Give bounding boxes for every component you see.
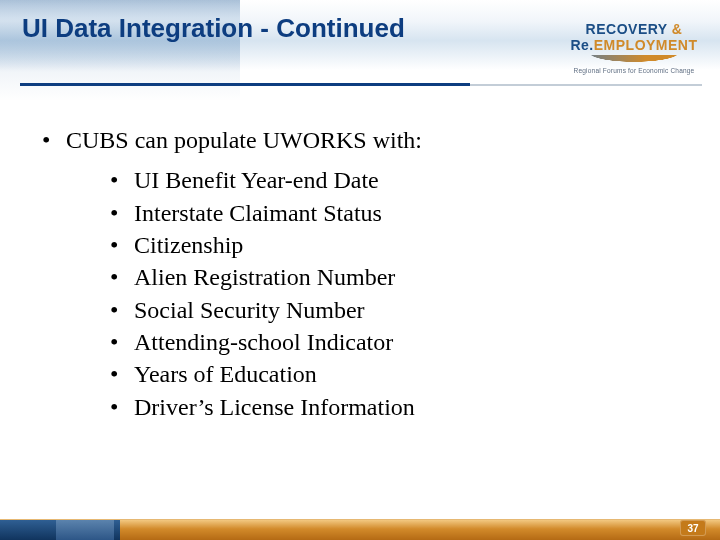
lead-bullet: CUBS can populate UWORKS with: UI Benefi…	[40, 126, 680, 421]
page-number-badge: 37	[680, 520, 706, 536]
list-item-text: Years of Education	[134, 361, 317, 387]
list-item: Driver’s License Information	[108, 393, 680, 421]
list-item-text: Citizenship	[134, 232, 243, 258]
slide-header: UI Data Integration - Continued RECOVERY…	[0, 0, 720, 100]
logo-line-1: RECOVERY &	[586, 21, 683, 37]
slide-footer: 37	[0, 506, 720, 540]
list-item-text: Interstate Claimant Status	[134, 200, 382, 226]
slide-title: UI Data Integration - Continued	[0, 0, 522, 43]
recovery-reemployment-logo: RECOVERY & Re.EMPLOYMENT Regional Forums…	[564, 8, 704, 86]
logo-line-2: Re.EMPLOYMENT	[570, 37, 697, 53]
list-item: Years of Education	[108, 360, 680, 388]
list-item: Citizenship	[108, 231, 680, 259]
list-item-text: Attending-school Indicator	[134, 329, 393, 355]
sub-bullet-list: UI Benefit Year-end Date Interstate Clai…	[66, 154, 680, 421]
logo-swoosh-icon	[575, 55, 693, 67]
logo-re-prefix: Re.	[570, 37, 593, 53]
list-item-text: Social Security Number	[134, 297, 365, 323]
footer-blue-mid	[56, 520, 114, 540]
logo-ampersand: &	[667, 21, 682, 37]
slide-body: CUBS can populate UWORKS with: UI Benefi…	[0, 100, 720, 421]
logo-tagline: Regional Forums for Economic Change	[574, 67, 695, 74]
list-item-text: Driver’s License Information	[134, 394, 415, 420]
list-item: UI Benefit Year-end Date	[108, 166, 680, 194]
list-item-text: UI Benefit Year-end Date	[134, 167, 379, 193]
top-bullet-list: CUBS can populate UWORKS with: UI Benefi…	[40, 126, 680, 421]
list-item: Attending-school Indicator	[108, 328, 680, 356]
list-item-text: Alien Registration Number	[134, 264, 395, 290]
list-item: Alien Registration Number	[108, 263, 680, 291]
logo-employment-word: EMPLOYMENT	[594, 37, 698, 53]
list-item: Interstate Claimant Status	[108, 199, 680, 227]
list-item: Social Security Number	[108, 296, 680, 324]
lead-text: CUBS can populate UWORKS with:	[66, 127, 422, 153]
logo-recovery-word: RECOVERY	[586, 21, 668, 37]
title-underline	[20, 83, 470, 86]
